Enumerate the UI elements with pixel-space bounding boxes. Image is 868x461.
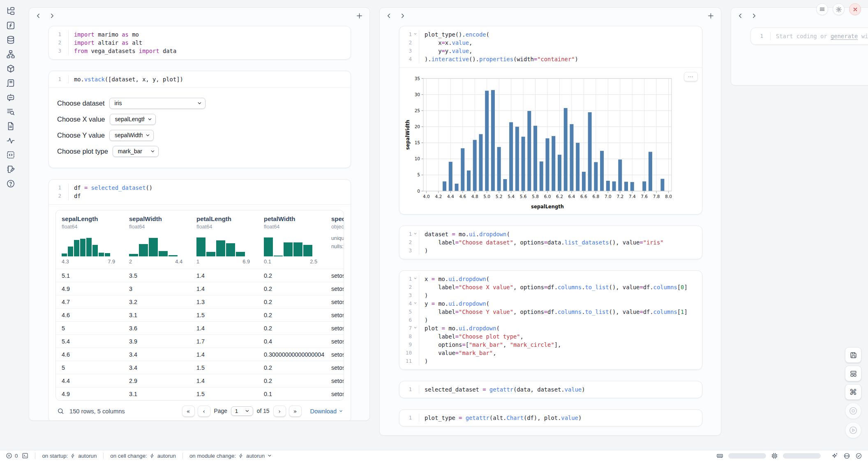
save-button[interactable] [845,347,861,363]
table-row[interactable]: 4.73.21.30.2setos [56,295,344,308]
table-row[interactable]: 53.41.50.2setos [56,361,344,374]
chat-bot-icon[interactable] [6,93,15,102]
settings-button[interactable] [833,3,845,15]
table-row[interactable]: 4.93.11.50.1setos [56,387,344,400]
chevron-down-icon [267,453,272,458]
keyboard-shortcuts-button[interactable]: ⌘ [845,384,861,400]
bar [515,127,519,191]
code-editor[interactable]: 1plot_type = getattr(alt.Chart(df), plot… [399,410,702,426]
column-next-icon[interactable] [49,13,55,18]
fold-chevron-icon[interactable] [412,300,419,308]
code-editor[interactable]: 1mo.vstack([dataset, x, y, plot]) [49,71,351,88]
column-next-icon[interactable] [400,13,405,18]
bar [606,181,610,191]
dropdown-choose-dataset[interactable]: iris [109,98,205,109]
table-row[interactable]: 5.13.51.40.2setos [56,269,344,282]
help-icon[interactable] [6,179,15,188]
shutdown-status[interactable]: 0 [6,452,18,459]
add-cell-icon[interactable] [356,12,363,19]
download-button[interactable]: Download [310,408,344,415]
code-editor[interactable]: 1dataset = mo.ui.dropdown(2 label="Choos… [399,226,702,259]
ai-assist-button[interactable] [831,452,838,459]
histogram-bar [149,238,158,256]
column-header[interactable]: sepalLengthfloat644.37.9 [62,215,129,269]
code-editor[interactable]: 1df = selected_dataset()2df [49,180,351,204]
fold-chevron-icon[interactable] [412,275,419,283]
fold-chevron-icon[interactable] [412,230,419,238]
column-max: 7.9 [108,258,115,265]
code-editor[interactable]: 1selected_dataset = getattr(data, datase… [399,381,702,398]
table-row[interactable]: 4.42.91.40.2setos [56,374,344,387]
column-next-icon[interactable] [751,13,757,18]
floating-actions: ⌘ [845,347,861,438]
table-row[interactable]: 4.63.11.50.2setos [56,308,344,321]
stop-button[interactable] [845,403,861,419]
table-row[interactable]: 5.43.91.70.4setos [56,334,344,348]
dropdown-choose-plot-type[interactable]: mark_bar [113,146,159,157]
document-icon[interactable] [6,122,15,131]
dependency-graph-icon[interactable] [6,50,15,59]
run-button[interactable] [845,422,861,438]
column-prev-icon[interactable] [386,13,392,18]
on-cell-change-setting[interactable]: on cell change: autorun [110,453,176,459]
table-row[interactable]: 4.63.41.40.30000000000000004setos [56,348,344,361]
connection-status-button[interactable] [855,452,862,459]
fold-chevron-icon[interactable] [412,324,419,332]
dropdown-choose-x-value[interactable]: sepalLength [110,114,156,125]
code-editor[interactable]: 1import marimo as mo2import altair as al… [49,26,351,59]
activity-icon[interactable] [6,136,15,145]
page-select[interactable]: 1 [231,406,253,416]
line-number: 1 [751,32,763,40]
svg-text:0: 0 [417,189,420,194]
database-icon[interactable] [6,35,15,44]
histogram-bar [236,252,245,256]
chart-actions-button[interactable]: ⋯ [684,72,698,81]
bolt-icon [70,453,76,459]
bar-chart[interactable]: 4.04.24.44.64.85.05.25.45.65.86.06.26.46… [404,74,676,211]
table-row[interactable]: 4.931.40.2setos [56,282,344,295]
memory-icon [716,452,723,459]
table-row[interactable]: 53.61.40.2setos [56,321,344,334]
file-tree-icon[interactable] [6,7,15,16]
histogram-bar [264,237,273,256]
column-header[interactable]: speciobjecuniqunulls: [331,215,344,269]
menu-button[interactable] [816,3,828,15]
ram-usage-meter[interactable] [728,453,766,459]
copilot-button[interactable] [843,452,850,459]
next-page-button[interactable]: › [273,406,286,417]
last-page-button[interactable]: » [289,406,302,417]
column-header[interactable]: petalWidthfloat640.12.5 [264,215,331,269]
package-icon[interactable] [6,64,15,73]
bar [443,182,446,191]
first-page-button[interactable]: « [182,406,195,417]
column-prev-icon[interactable] [738,13,743,18]
search-icon[interactable] [57,408,64,415]
snippets-icon[interactable] [6,150,15,159]
column-header[interactable]: petalLengthfloat6416.9 [196,215,264,269]
scratchpad-icon[interactable] [6,165,15,174]
on-startup-setting[interactable]: on startup: autorun [42,453,97,459]
dropdown-choose-x-value[interactable]: sepalLength [110,114,156,125]
dropdown-choose-y-value[interactable]: sepalWidth [109,130,154,141]
on-module-change-setting[interactable]: on module change: autorun [189,453,272,459]
code-editor[interactable]: 1Start coding or generate with [751,28,868,44]
function-square-icon[interactable] [6,21,15,30]
layout-button[interactable] [845,366,861,381]
shutdown-close-button[interactable] [849,3,861,15]
code-editor[interactable]: 1x = mo.ui.dropdown(2 label="Choose X va… [399,271,702,369]
add-cell-icon[interactable] [707,12,714,19]
page-select[interactable]: 1 [231,406,253,416]
scroll-icon[interactable] [6,78,15,88]
fold-chevron-icon[interactable] [412,30,419,39]
column-prev-icon[interactable] [36,13,41,18]
dropdown-choose-dataset[interactable]: iris [109,98,205,109]
code-editor[interactable]: 1plot_type().encode(2 x=x.value,3 y=y.va… [399,26,702,67]
list-search-icon[interactable] [6,107,15,116]
dropdown-choose-plot-type[interactable]: mark_bar [113,146,159,157]
column-header[interactable]: sepalWidthfloat6424.4 [129,215,196,269]
dropdown-choose-y-value[interactable]: sepalWidth [109,130,154,141]
prev-page-button[interactable]: ‹ [198,406,210,417]
terminal-button[interactable] [22,452,28,459]
cpu-usage-meter[interactable] [783,453,821,459]
line-number: 3 [49,47,61,55]
